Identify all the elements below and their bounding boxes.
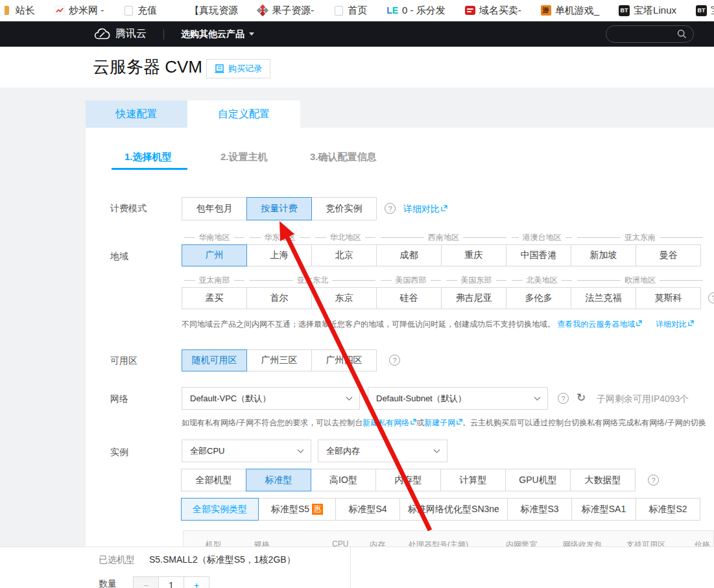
other-products-label: 选购其他云产品 [181, 29, 244, 40]
region-tokyo[interactable]: 东京 [311, 287, 377, 309]
bookmark-item[interactable]: 炒米网 - [54, 5, 104, 17]
family-all[interactable]: 全部机型 [181, 469, 246, 491]
search-input[interactable] [606, 29, 677, 39]
bookmark-item[interactable]: BT 宝塔Linux [696, 5, 714, 17]
bookmark-item[interactable]: 站长 [1, 5, 35, 17]
nav-search-box[interactable] [606, 25, 694, 43]
region-siliconvalley[interactable]: 硅谷 [376, 287, 442, 309]
region-groups-row1: 华南地区 华东地区 华北地区 西南地区 港澳台地区 亚太东南 [182, 233, 706, 242]
region-guangzhou[interactable]: 广州 [182, 244, 247, 266]
tab-quick-config[interactable]: 快速配置 [86, 100, 187, 128]
selected-model-label: 已选机型 [99, 554, 135, 566]
region-bangkok[interactable]: 曼谷 [636, 244, 701, 266]
family-standard[interactable]: 标准型 [246, 469, 311, 491]
quantity-minus-button[interactable]: − [133, 576, 159, 588]
bookmark-item[interactable]: LE 0 - 乐分发 [387, 5, 446, 17]
family-tabs: 全部机型 标准型 高IO型 内存型 计算型 GPU机型 大数据型 [182, 469, 636, 491]
region-compare-link[interactable]: 详细对比 [656, 320, 687, 329]
create-vpc-link[interactable]: 新建私有网络 [363, 418, 409, 427]
instance-type-tabs: 全部实例类型 标准型S5 惠 标准型S4 标准网络优化型SN3ne 标准型S3 … [182, 498, 700, 521]
network-note: 如现有私有网络/子网不符合您的要求，可以去控制台新建私有网络或新建子网。云主机购… [182, 417, 706, 429]
region-toronto[interactable]: 多伦多 [506, 287, 571, 309]
type-s5[interactable]: 标准型S5 惠 [258, 498, 336, 521]
type-all[interactable]: 全部实例类型 [181, 498, 259, 521]
zone-gz3[interactable]: 广州三区 [246, 349, 312, 371]
type-s3[interactable]: 标准型S3 [507, 498, 572, 521]
network-note-text: 或 [416, 418, 424, 427]
quantity-value: 1 [158, 576, 184, 588]
col-zones: 支持可用区 [626, 539, 695, 547]
discount-badge: 惠 [312, 504, 323, 515]
create-subnet-link[interactable]: 新建子网 [424, 418, 455, 427]
billing-option-postpaid[interactable]: 按量计费 [246, 197, 312, 220]
step-2-set-host[interactable]: 2.设置主机 [220, 151, 268, 163]
bookmark-item[interactable]: 首页 [333, 5, 367, 17]
family-gpu[interactable]: GPU机型 [505, 469, 571, 491]
refresh-icon[interactable]: ↻ [577, 392, 586, 403]
region-moscow[interactable]: 莫斯科 [636, 287, 701, 309]
zone-help-icon[interactable]: ? [389, 355, 400, 366]
region-help-icon[interactable]: ? [708, 292, 714, 303]
type-s4[interactable]: 标准型S4 [335, 498, 400, 521]
region-seoul[interactable]: 首尔 [246, 287, 312, 309]
region-group-label: 亚太南部 [199, 275, 230, 286]
billing-option-spot[interactable]: 竞价实例 [311, 197, 377, 220]
step-3-confirm[interactable]: 3.确认配置信息 [310, 151, 377, 163]
billing-compare-link[interactable]: 详细对比 [403, 204, 440, 214]
bookmark-item[interactable]: 域名买卖- [465, 5, 521, 17]
bookmark-label: 炒米网 - [69, 5, 104, 17]
subnet-select[interactable]: Default-Subnet（默认） [368, 387, 548, 410]
active-step-underline [112, 168, 187, 170]
billing-mode-label: 计费模式 [110, 203, 147, 215]
tencent-cloud-logo[interactable]: 腾讯云 [94, 27, 147, 41]
quantity-plus-button[interactable]: + [184, 576, 209, 588]
bt-panel-icon: BT [619, 5, 630, 16]
region-beijing[interactable]: 北京 [311, 244, 377, 266]
region-frankfurt[interactable]: 法兰克福 [571, 287, 636, 309]
region-hongkong[interactable]: 中国香港 [506, 244, 571, 266]
bookmark-item[interactable]: 果子资源- [257, 5, 314, 17]
type-s2[interactable]: 标准型S2 [636, 498, 700, 521]
region-chengdu[interactable]: 成都 [376, 244, 442, 266]
external-link-icon [636, 320, 642, 326]
region-chongqing[interactable]: 重庆 [441, 244, 506, 266]
bookmark-item[interactable]: BT 宝塔Linux [619, 5, 676, 17]
family-help-icon[interactable]: ? [648, 475, 659, 486]
network-help-icon[interactable]: ? [558, 393, 569, 404]
purchase-history-button[interactable]: 购买记录 [206, 59, 270, 78]
region-shanghai[interactable]: 上海 [246, 244, 312, 266]
family-memory[interactable]: 内存型 [375, 469, 441, 491]
region-virginia[interactable]: 弗吉尼亚 [441, 287, 506, 309]
bookmark-item[interactable]: 游 单机游戏_ [541, 5, 599, 17]
bookmark-item[interactable]: 【真玩资源 [176, 5, 238, 17]
step-1-select-model[interactable]: 1.选择机型 [125, 151, 172, 163]
zone-random[interactable]: 随机可用区 [182, 349, 247, 371]
vpc-select[interactable]: Default-VPC（默认） [182, 387, 360, 410]
network-label: 网络 [110, 394, 128, 405]
brand-name: 腾讯云 [115, 27, 147, 41]
family-high-io[interactable]: 高IO型 [311, 469, 376, 491]
game-icon: 游 [541, 5, 551, 16]
family-bigdata[interactable]: 大数据型 [570, 469, 636, 491]
billing-option-prepaid[interactable]: 包年包月 [182, 197, 247, 220]
memory-filter-select[interactable]: 全部内存 [318, 440, 447, 462]
other-products-menu[interactable]: 选购其他云产品 [181, 29, 254, 40]
zone-gz4[interactable]: 广州四区 [311, 349, 377, 371]
tab-custom-config[interactable]: 自定义配置 [187, 100, 300, 128]
type-sa1[interactable]: 标准型SA1 [571, 498, 636, 521]
bookmark-label: 充值 [137, 5, 157, 17]
page: 站长 炒米网 - 充值 【真玩资源 果子资源- 首页 [0, 0, 714, 588]
domain-market-icon [465, 5, 475, 16]
zone-label: 可用区 [110, 355, 137, 367]
region-row2: 孟买 首尔 东京 硅谷 弗吉尼亚 多伦多 法兰克福 莫斯科 [182, 287, 701, 309]
region-singapore[interactable]: 新加坡 [571, 244, 636, 266]
billing-help-icon[interactable]: ? [385, 203, 396, 214]
bookmark-item[interactable]: 充值 [123, 5, 157, 17]
family-compute[interactable]: 计算型 [440, 469, 506, 491]
search-icon[interactable] [677, 29, 687, 39]
region-mumbai[interactable]: 孟买 [182, 287, 247, 309]
cpu-filter-select[interactable]: 全部CPU [182, 440, 311, 462]
bookmark-label: 果子资源- [272, 5, 314, 17]
type-sn3ne[interactable]: 标准网络优化型SN3ne [399, 498, 508, 521]
my-regions-link[interactable]: 查看我的云服务器地域 [557, 320, 635, 329]
